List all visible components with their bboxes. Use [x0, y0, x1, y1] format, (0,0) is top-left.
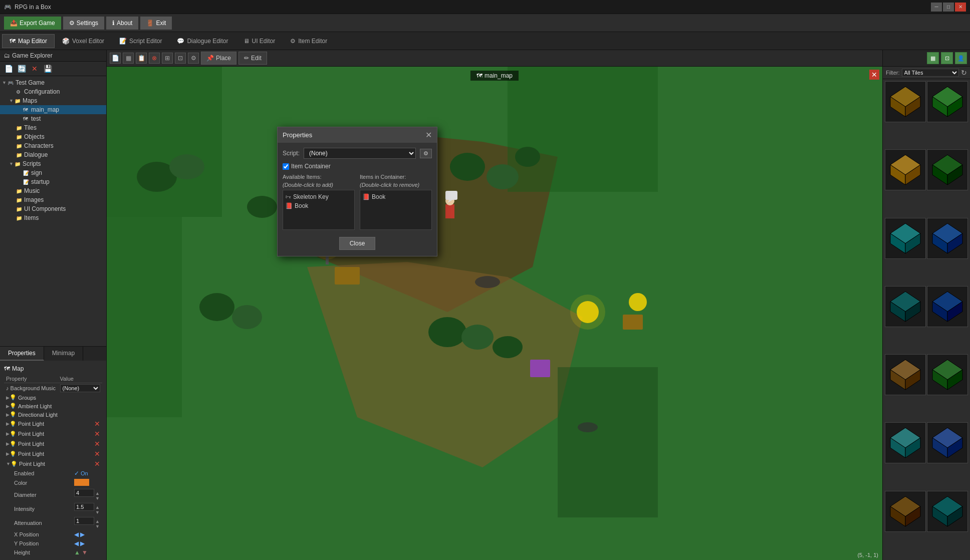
close-button[interactable]: ✕ [955, 3, 966, 12]
about-button[interactable]: ℹ About [106, 17, 138, 30]
right-btn-3[interactable]: 👤 [955, 52, 967, 64]
refresh-button[interactable]: 🔄 [16, 63, 27, 74]
delete-map-button[interactable]: ⊗ [149, 53, 160, 64]
tab-dialogue-editor[interactable]: 💬 Dialogue Editor [169, 34, 235, 48]
increment-btn[interactable]: ▲ [95, 519, 100, 524]
tab-item-editor[interactable]: ⚙ Item Editor [283, 34, 335, 48]
tree-item-ui-components[interactable]: 📁 UI Components [0, 204, 106, 213]
number-input[interactable] [74, 517, 94, 525]
edit-button[interactable]: ✏ Edit [238, 52, 267, 65]
tree-item-startup[interactable]: 📝 startup [0, 177, 106, 186]
tree-item-images[interactable]: 📁 Images [0, 195, 106, 204]
pos-right-button[interactable]: ▶ [80, 531, 85, 538]
tree-item-configuration[interactable]: ⚙ Configuration [0, 87, 106, 96]
tree-item-tiles[interactable]: 📁 Tiles [0, 123, 106, 132]
tree-item-test-game[interactable]: ▼🎮 Test Game [0, 78, 106, 87]
new-map-button[interactable]: 📄 [110, 53, 121, 64]
fit-view-button[interactable]: ⊡ [175, 53, 186, 64]
section-header-3[interactable]: ▶💡Point Light✕ [4, 419, 102, 429]
list-item[interactable]: 🗝 Skeleton Key [285, 192, 352, 201]
right-btn-1[interactable]: ▦ [927, 52, 939, 64]
export-game-button[interactable]: 📤 Export Game [4, 17, 61, 30]
section-header-5[interactable]: ▶💡Point Light✕ [4, 439, 102, 449]
tab-voxel-editor[interactable]: 🎲 Voxel Editor [55, 34, 112, 48]
filter-refresh-button[interactable]: ↻ [961, 69, 967, 77]
grid-toggle-button[interactable]: ▦ [123, 53, 134, 64]
decrement-btn[interactable]: ▼ [95, 524, 100, 529]
tree-item-objects[interactable]: 📁 Objects [0, 132, 106, 141]
tree-item-characters[interactable]: 📁 Characters [0, 141, 106, 150]
tree-item-scripts[interactable]: ▼📁 Scripts [0, 159, 106, 168]
tile-thumbnail[interactable] [927, 218, 968, 259]
exit-button[interactable]: 🚪 Exit [140, 17, 172, 30]
delete-section-button[interactable]: ✕ [94, 420, 100, 428]
section-header-2[interactable]: ▶💡Directional Light [4, 410, 102, 419]
settings-map-button[interactable]: ⚙ [188, 53, 199, 64]
tile-thumbnail[interactable] [885, 491, 926, 532]
script-settings-button[interactable]: ⚙ [420, 149, 432, 158]
tree-item-test[interactable]: 🗺 test [0, 114, 106, 123]
delete-section-button[interactable]: ✕ [94, 460, 100, 468]
delete-section-button[interactable]: ✕ [94, 440, 100, 448]
section-header-7[interactable]: ▼💡Point Light✕ [4, 459, 102, 469]
decrement-btn[interactable]: ▼ [95, 510, 100, 515]
color-swatch[interactable] [74, 479, 89, 486]
tile-thumbnail[interactable] [885, 286, 926, 327]
map-close-button[interactable]: ✕ [869, 70, 879, 80]
new-file-button[interactable]: 📄 [3, 63, 14, 74]
tree-item-items[interactable]: 📁 Items [0, 213, 106, 222]
number-input[interactable] [74, 503, 94, 511]
save-button[interactable]: 💾 [42, 63, 53, 74]
section-header-4[interactable]: ▶💡Point Light✕ [4, 429, 102, 439]
dialog-close-btn[interactable]: Close [339, 237, 376, 250]
list-item[interactable]: 📕 Book [285, 201, 352, 210]
tile-thumbnail[interactable] [927, 286, 968, 327]
right-btn-2[interactable]: ⊡ [941, 52, 953, 64]
bg-music-select[interactable]: (None) [60, 384, 100, 392]
tile-thumbnail[interactable] [927, 149, 968, 190]
list-item[interactable]: 📕 Book [362, 192, 429, 201]
maximize-button[interactable]: □ [943, 3, 954, 12]
tab-properties[interactable]: Properties [0, 347, 44, 361]
pos-right-button[interactable]: ▶ [80, 540, 85, 547]
pos-left-button[interactable]: ◀ [74, 540, 79, 547]
tile-thumbnail[interactable] [927, 422, 968, 463]
height-up-button[interactable]: ▲ [74, 549, 80, 556]
increment-btn[interactable]: ▲ [95, 491, 100, 496]
increment-btn[interactable]: ▲ [95, 505, 100, 510]
number-input[interactable] [74, 489, 94, 497]
pos-left-button[interactable]: ◀ [74, 531, 79, 538]
tree-item-music[interactable]: 📁 Music [0, 186, 106, 195]
place-button[interactable]: 📌 Place [201, 52, 236, 65]
tree-item-maps[interactable]: ▼📁 Maps [0, 96, 106, 105]
filter-select[interactable]: All Tiles [902, 69, 959, 77]
bg-music-value[interactable]: (None) [58, 383, 102, 394]
delete-section-button[interactable]: ✕ [94, 430, 100, 438]
tile-thumbnail[interactable] [885, 354, 926, 395]
item-container-checkbox[interactable] [283, 163, 289, 170]
tile-thumbnail[interactable] [885, 218, 926, 259]
script-select[interactable]: (None) [304, 148, 416, 159]
delete-section-button[interactable]: ✕ [94, 450, 100, 458]
delete-button[interactable]: ✕ [29, 63, 40, 74]
tile-thumbnail[interactable] [885, 422, 926, 463]
tile-thumbnail[interactable] [885, 149, 926, 190]
tree-item-main-map[interactable]: 🗺 main_map [0, 105, 106, 114]
tab-ui-editor[interactable]: 🖥 UI Editor [236, 34, 283, 48]
copy-button[interactable]: 📋 [136, 53, 147, 64]
tab-minimap[interactable]: Minimap [44, 347, 83, 361]
height-down-button[interactable]: ▼ [82, 549, 88, 556]
tile-thumbnail[interactable] [927, 81, 968, 122]
tab-script-editor[interactable]: 📝 Script Editor [112, 34, 169, 48]
minimize-button[interactable]: ─ [931, 3, 942, 12]
section-header-0[interactable]: ▶💡Groups [4, 393, 102, 402]
dialog-close-button[interactable]: ✕ [425, 130, 432, 140]
map-viewport[interactable] [107, 67, 882, 560]
map-canvas-area[interactable]: 🗺 main_map ✕ [107, 67, 882, 560]
decrement-btn[interactable]: ▼ [95, 496, 100, 501]
tree-item-dialogue[interactable]: 📁 Dialogue [0, 150, 106, 159]
tree-item-sign[interactable]: 📝 sign [0, 168, 106, 177]
settings-button[interactable]: ⚙ Settings [63, 17, 104, 30]
tile-thumbnail[interactable] [927, 491, 968, 532]
grid-view-button[interactable]: ⊞ [162, 53, 173, 64]
